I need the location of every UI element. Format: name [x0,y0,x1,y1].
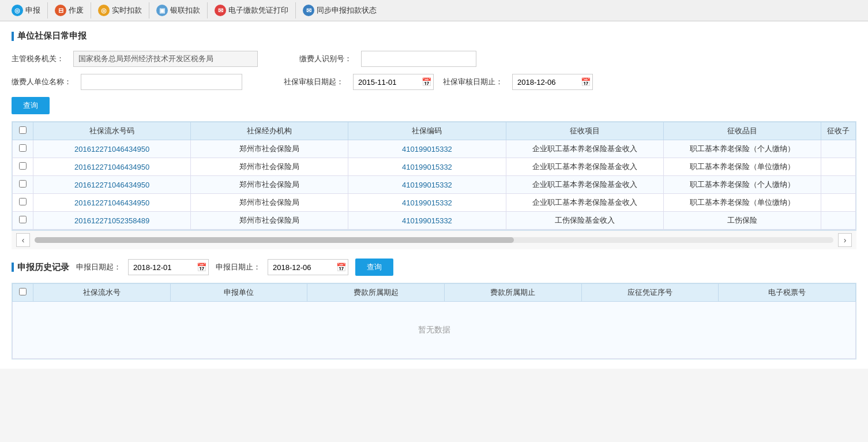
hist-query-button[interactable]: 查询 [355,259,393,276]
cell-sub: 职工基本养老保险（单位缴纳） [663,194,821,212]
form-row-1: 主管税务机关： 缴费人识别号： [12,51,856,67]
select-all-top[interactable] [19,126,27,134]
section-bar-icon [12,32,14,41]
cell-serial: 201612271046434950 [33,158,191,176]
top-section-title: 单位社保日常申报 [12,31,856,42]
toolbar-discard-label: 作废 [69,5,84,16]
cell-code: 410199015332 [348,140,506,158]
col-check [13,122,33,140]
top-table-container: 社保流水号码 社保经办机构 社保编码 征收项目 征收品目 征收子 2016122… [12,121,856,230]
hist-date-from-input[interactable] [128,259,209,275]
toolbar-unionpay-label: 银联扣款 [170,5,200,16]
table-row: 201612271052358489 郑州市社会保险局 410199015332… [13,212,856,230]
hist-col-serial: 社保流水号 [33,284,171,302]
cell-item: 企业职工基本养老保险基金收入 [506,176,663,194]
cell-item: 企业职工基本养老保险基金收入 [506,158,663,176]
scroll-thumb [35,237,514,243]
toolbar-sync[interactable]: ✉ 同步申报扣款状态 [296,2,384,18]
cell-child [821,176,856,194]
history-header: 申报历史记录 申报日期起： 📅 申报日期止： 📅 查询 [12,259,856,276]
date-to-input[interactable] [512,74,593,90]
payer-id-label: 缴费人识别号： [299,54,352,64]
cell-item: 企业职工基本养老保险基金收入 [506,140,663,158]
payer-id-input[interactable] [361,51,476,67]
top-table: 社保流水号码 社保经办机构 社保编码 征收项目 征收品目 征收子 2016122… [12,122,856,230]
toolbar-apply-label: 申报 [25,5,40,16]
toolbar-discard[interactable]: ⊟ 作废 [48,2,91,18]
date-to-wrap: 📅 [512,74,593,90]
row-checkbox[interactable] [19,162,27,170]
cell-child [821,158,856,176]
cell-code: 410199015332 [348,158,506,176]
toolbar-print[interactable]: ✉ 电子缴款凭证打印 [208,2,296,18]
scroll-left-btn[interactable]: ‹ [16,233,30,247]
col-serial: 社保流水号码 [33,122,191,140]
hist-col-period-to: 费款所属期止 [444,284,581,302]
hist-date-to-input[interactable] [268,259,348,275]
cell-code: 410199015332 [348,176,506,194]
history-table: 社保流水号 申报单位 费款所属期起 费款所属期止 应征凭证序号 电子税票号 暂无… [12,283,856,359]
cell-child [821,140,856,158]
cell-serial: 20161227104643​4950 [33,140,191,158]
hist-col-check [13,284,33,302]
cell-org: 郑州市社会保险局 [191,176,348,194]
payer-name-input[interactable] [81,74,242,90]
hist-col-ticket: 电子税票号 [719,284,856,302]
scroll-nav: ‹ › [12,230,856,249]
cell-sub: 职工基本养老保险（个人缴纳） [663,176,821,194]
cell-org: 郑州市社会保险局 [191,212,348,230]
query-row: 查询 [12,97,856,114]
hist-col-unit: 申报单位 [170,284,307,302]
scroll-right-btn[interactable]: › [838,233,852,247]
row-checkbox[interactable] [19,180,27,188]
cell-org: 郑州市社会保险局 [191,158,348,176]
hist-col-period-from: 费款所属期起 [307,284,445,302]
row-checkbox[interactable] [19,144,27,152]
history-bar-icon [12,263,14,272]
history-title: 申报历史记录 [12,262,69,273]
cell-item: 企业职工基本养老保险基金收入 [506,194,663,212]
toolbar: ◎ 申报 ⊟ 作废 ◎ 实时扣款 ▣ 银联扣款 ✉ 电子缴款凭证打印 ✉ 同步申… [0,0,868,21]
cell-org: 郑州市社会保险局 [191,194,348,212]
main-content: 单位社保日常申报 主管税务机关： 缴费人识别号： 缴费人单位名称： 社保审核日期… [0,21,868,369]
toolbar-unionpay[interactable]: ▣ 银联扣款 [149,2,208,18]
date-from-label: 社保审核日期起： [284,77,344,87]
table-row: 201612271046434950 郑州市社会保险局 410199015332… [13,176,856,194]
tax-office-label: 主管税务机关： [12,54,64,64]
sync-icon: ✉ [303,5,314,16]
col-org: 社保经办机构 [191,122,348,140]
cell-item: 工伤保险基金收入 [506,212,663,230]
cell-code: 410199015332 [348,212,506,230]
toolbar-apply[interactable]: ◎ 申报 [5,2,48,18]
col-child: 征收子 [821,122,856,140]
apply-icon: ◎ [12,5,23,16]
table-row: 20161227104643​4950 郑州市社会保险局 41019901533… [13,140,856,158]
toolbar-realtime[interactable]: ◎ 实时扣款 [91,2,149,18]
date-from-wrap: 📅 [353,74,434,90]
row-checkbox[interactable] [19,198,27,205]
discard-icon: ⊟ [55,5,66,16]
hist-date-to-label: 申报日期止： [216,262,261,272]
tax-office-input[interactable] [73,51,258,67]
table-row: 201612271046434950 郑州市社会保险局 410199015332… [13,194,856,212]
cell-serial: 201612271046434950 [33,194,191,212]
date-from-input[interactable] [353,74,434,90]
hist-col-voucher: 应征凭证序号 [581,284,719,302]
toolbar-print-label: 电子缴款凭证打印 [228,5,288,16]
toolbar-sync-label: 同步申报扣款状态 [317,5,377,16]
cell-child [821,194,856,212]
cell-sub: 工伤保险 [663,212,821,230]
table-row: 201612271046434950 郑州市社会保险局 410199015332… [13,158,856,176]
history-table-container: 社保流水号 申报单位 费款所属期起 费款所属期止 应征凭证序号 电子税票号 暂无… [12,283,856,359]
realtime-icon: ◎ [98,5,110,16]
hist-date-to-wrap: 📅 [268,259,348,275]
cell-child [821,212,856,230]
hist-date-from-label: 申报日期起： [76,262,121,272]
row-checkbox[interactable] [19,216,27,223]
scroll-bar [35,237,833,243]
select-all-hist[interactable] [19,288,27,295]
no-data-cell: 暂无数据 [13,302,856,359]
col-code: 社保编码 [348,122,506,140]
query-button[interactable]: 查询 [12,97,50,114]
toolbar-realtime-label: 实时扣款 [112,5,142,16]
